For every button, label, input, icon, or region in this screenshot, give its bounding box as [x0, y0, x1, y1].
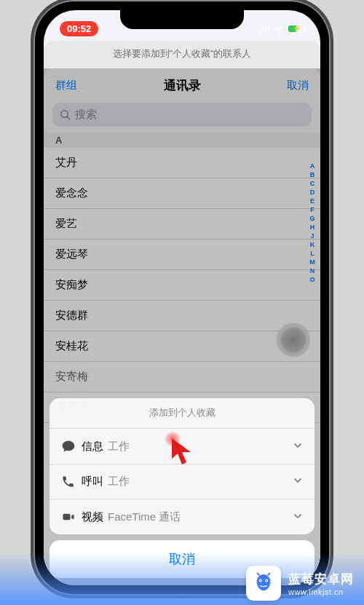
svg-rect-2 [63, 514, 71, 520]
sheet-row-detail: 工作 [108, 440, 130, 454]
watermark: 蓝莓安卓网 www.lmkjst.cn [0, 553, 364, 605]
chevron-down-icon [293, 511, 303, 523]
sheet-row-detail: 工作 [108, 475, 130, 489]
phone-icon [61, 475, 82, 489]
contacts-modal: 群组 通讯录 取消 搜索 A 艾丹 爱念念 爱艺 爱远琴 安痴梦 安德群 安桂花… [44, 68, 320, 585]
sheet-row-label: 呼叫 [82, 475, 103, 489]
sheet-row-call[interactable]: 呼叫 工作 [50, 464, 314, 499]
action-sheet: 添加到个人收藏 信息 工作 [50, 398, 314, 578]
sheet-row-video[interactable]: 视频 FaceTime 通话 [50, 499, 314, 534]
chevron-down-icon [293, 475, 303, 488]
notch [120, 10, 244, 29]
hint-text: 选择要添加到"个人收藏"的联系人 [113, 49, 252, 59]
status-time-pill: 09:52 [60, 21, 98, 36]
phone-frame: 09:52 ⚡ 选择要添加到"个人收藏"的联系人 群组 通讯录 取消 搜索 [33, 0, 331, 596]
battery-icon: ⚡ [288, 25, 304, 33]
screen: 09:52 ⚡ 选择要添加到"个人收藏"的联系人 群组 通讯录 取消 搜索 [44, 10, 320, 585]
watermark-logo-icon [246, 566, 281, 601]
watermark-url: www.lmkjst.cn [288, 588, 354, 596]
video-icon [61, 510, 82, 524]
wifi-icon [273, 25, 284, 33]
sheet-row-detail: FaceTime 通话 [108, 510, 181, 524]
watermark-title: 蓝莓安卓网 [288, 571, 354, 588]
action-sheet-block: 添加到个人收藏 信息 工作 [50, 398, 314, 534]
svg-point-5 [260, 580, 261, 582]
sheet-row-message[interactable]: 信息 工作 [50, 429, 314, 464]
sheet-title: 添加到个人收藏 [50, 398, 314, 429]
chevron-down-icon [293, 440, 303, 453]
sheet-row-label: 信息 [82, 440, 103, 454]
svg-point-6 [266, 580, 267, 582]
sheet-row-label: 视频 [82, 510, 103, 524]
cellular-icon [259, 25, 270, 33]
message-icon [61, 439, 82, 454]
